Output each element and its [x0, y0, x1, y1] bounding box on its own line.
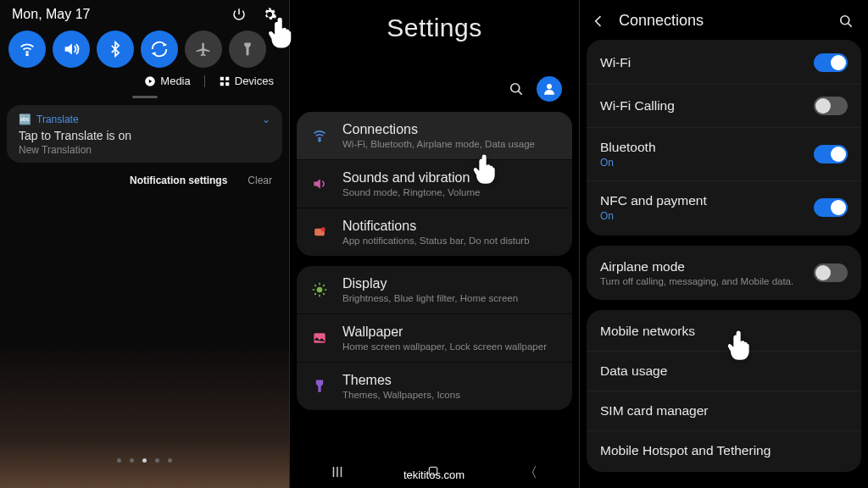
item-sub: Themes, Wallpapers, Icons [342, 390, 560, 400]
row-title: Mobile Hotspot and Tethering [600, 443, 771, 458]
media-label: Media [160, 75, 190, 87]
date-label: Mon, May 17 [12, 7, 90, 22]
svg-point-11 [317, 287, 323, 293]
watermark: tekititos.com [403, 469, 465, 481]
pager-dots [0, 458, 289, 463]
qs-rotate[interactable] [141, 30, 178, 68]
svg-rect-5 [225, 82, 229, 86]
svg-point-8 [319, 140, 320, 141]
svg-point-7 [547, 84, 552, 89]
row-title: Airplane mode [600, 259, 793, 274]
svg-point-14 [841, 15, 849, 24]
devices-button[interactable]: Devices [219, 75, 274, 87]
connection-row[interactable]: SIM card manager [587, 391, 861, 430]
connection-row[interactable]: Airplane modeTurn off calling, messaging… [587, 247, 861, 298]
power-icon[interactable] [231, 7, 247, 22]
settings-heading: Settings [290, 0, 579, 76]
connection-row[interactable]: Wi-Fi Calling [587, 84, 861, 127]
row-status: On [600, 157, 656, 169]
row-title: Bluetooth [600, 140, 656, 155]
sound-icon [309, 175, 331, 192]
notification-settings-link[interactable]: Notification settings [130, 175, 227, 186]
item-title: Themes [342, 373, 560, 388]
connections-title: Connections [619, 12, 826, 30]
themes-icon [309, 378, 331, 395]
row-title: SIM card manager [600, 403, 709, 419]
back-button[interactable]: 〈 [524, 464, 537, 482]
svg-point-0 [26, 54, 28, 56]
connections-group: Mobile networksData usageSIM card manage… [587, 310, 861, 472]
row-title: Wi-Fi Calling [600, 98, 675, 114]
settings-item-sounds[interactable]: Sounds and vibration Sound mode, Rington… [297, 159, 572, 208]
item-title: Wallpaper [342, 324, 560, 340]
connections-screen: Connections Wi-FiWi-Fi CallingBluetoothO… [579, 0, 868, 488]
item-title: Display [342, 276, 560, 291]
notif-sub: New Translation [19, 144, 270, 156]
search-icon[interactable] [837, 13, 854, 30]
qs-flashlight[interactable] [229, 30, 266, 68]
gear-icon[interactable] [262, 7, 277, 22]
row-title: Data usage [600, 363, 667, 379]
toggle-switch[interactable] [814, 198, 848, 217]
row-desc: Turn off calling, messaging, and Mobile … [600, 276, 793, 286]
qs-airplane[interactable] [185, 30, 222, 68]
account-avatar[interactable] [537, 76, 562, 102]
svg-rect-12 [314, 333, 325, 343]
connections-group: Airplane modeTurn off calling, messaging… [587, 246, 861, 300]
row-title: Wi-Fi [600, 55, 631, 70]
settings-item-connections[interactable]: Connections Wi-Fi, Bluetooth, Airplane m… [297, 112, 572, 159]
devices-label: Devices [235, 75, 274, 87]
item-title: Notifications [342, 219, 560, 234]
settings-item-notifications[interactable]: Notifications App notifications, Status … [297, 208, 572, 256]
toggle-switch[interactable] [814, 263, 848, 282]
display-icon [309, 281, 331, 298]
recents-button[interactable]: III [331, 465, 342, 480]
connection-row[interactable]: Data usage [587, 351, 861, 391]
settings-item-wallpaper[interactable]: Wallpaper Home screen wallpaper, Lock sc… [297, 313, 572, 362]
connections-group: Wi-FiWi-Fi CallingBluetoothOnNFC and pay… [587, 40, 861, 236]
qs-sound[interactable] [53, 30, 90, 68]
clear-button[interactable]: Clear [248, 175, 272, 186]
settings-group: Connections Wi-Fi, Bluetooth, Airplane m… [297, 112, 572, 256]
wallpaper-icon [309, 330, 331, 347]
connection-row[interactable]: Mobile Hotspot and Tethering [587, 430, 861, 470]
row-title: Mobile networks [600, 324, 695, 339]
notif-icon [309, 224, 331, 241]
back-icon[interactable] [590, 13, 607, 30]
chevron-down-icon[interactable]: ⌄ [262, 114, 270, 125]
svg-rect-4 [220, 82, 224, 86]
qs-bluetooth[interactable] [97, 30, 134, 68]
media-output-button[interactable]: Media [144, 75, 190, 87]
settings-item-display[interactable]: Display Brightness, Blue light filter, H… [297, 266, 572, 313]
connection-row[interactable]: BluetoothOn [587, 127, 861, 180]
svg-rect-3 [225, 76, 229, 80]
settings-group: Display Brightness, Blue light filter, H… [297, 266, 572, 410]
connection-row[interactable]: Mobile networks [587, 312, 861, 351]
connection-row[interactable]: NFC and paymentOn [587, 180, 861, 234]
item-sub: Wi-Fi, Bluetooth, Airplane mode, Data us… [342, 139, 560, 149]
row-title: NFC and payment [600, 193, 707, 208]
toggle-switch[interactable] [814, 97, 848, 115]
item-sub: Sound mode, Ringtone, Volume [342, 187, 560, 197]
qs-wifi[interactable] [8, 30, 46, 68]
toggle-switch[interactable] [814, 53, 848, 72]
quick-settings-panel: Mon, May 17 Media Devices [0, 0, 289, 488]
search-icon[interactable] [508, 80, 525, 97]
settings-item-themes[interactable]: Themes Themes, Wallpapers, Icons [297, 362, 572, 410]
wifi-icon [309, 127, 331, 144]
row-status: On [600, 210, 707, 222]
item-sub: App notifications, Status bar, Do not di… [342, 236, 560, 246]
notif-title: Tap to Translate is on [19, 129, 270, 142]
item-sub: Brightness, Blue light filter, Home scre… [342, 293, 560, 303]
svg-rect-2 [220, 76, 224, 80]
drag-handle[interactable] [132, 96, 158, 98]
translate-icon: 🔤 [19, 114, 31, 125]
toggle-switch[interactable] [814, 145, 848, 164]
settings-screen: Settings Connections Wi-Fi, Bluetooth, A… [289, 0, 579, 488]
item-title: Sounds and vibration [342, 170, 560, 186]
item-title: Connections [342, 122, 560, 137]
connection-row[interactable]: Wi-Fi [587, 42, 861, 84]
item-sub: Home screen wallpaper, Lock screen wallp… [342, 341, 560, 352]
quick-settings-row [0, 27, 289, 73]
notification-card[interactable]: 🔤 Translate ⌄ Tap to Translate is on New… [7, 105, 282, 163]
